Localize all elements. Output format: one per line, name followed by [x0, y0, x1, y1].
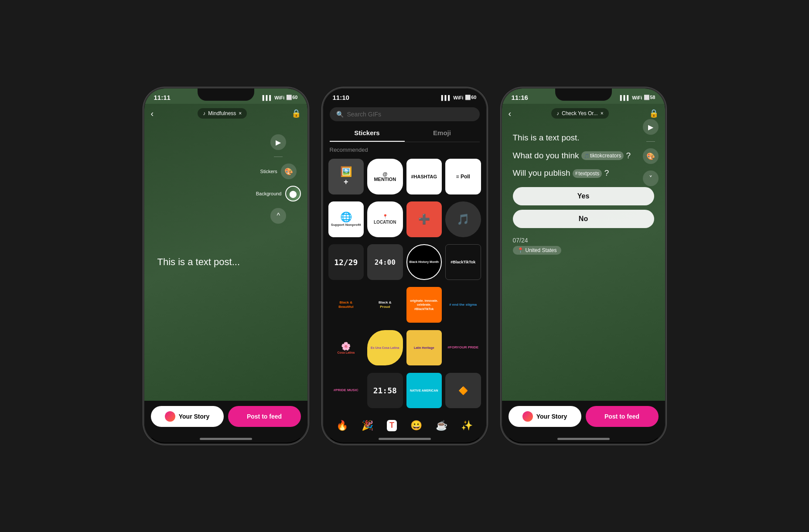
sticker-icon-3[interactable]: 🎨	[643, 148, 659, 164]
post-line3-suffix: ?	[604, 168, 609, 177]
story-button-1[interactable]: Your Story	[151, 406, 224, 427]
tag-icon-2: 🎵	[584, 153, 589, 159]
sticker-pride-music[interactable]: #PRIDE MUSIC	[328, 373, 364, 409]
sticker-support-nonprofit[interactable]: 🌐 Support Nonprofit	[328, 201, 364, 237]
sticker-originate[interactable]: originate. innovate. celebrate. #BlackTi…	[406, 287, 442, 323]
sticker-grid: 🖼️ + @ MENTION #HASHTAG ≡ Poll	[323, 155, 486, 416]
close-icon-1[interactable]: ×	[239, 110, 242, 116]
poll-yes-option[interactable]: Yes	[513, 187, 654, 205]
feed-btn-label-1: Post to feed	[247, 413, 282, 420]
close-icon-3[interactable]: ×	[601, 110, 604, 116]
location-label-3: United States	[526, 247, 557, 253]
music-label-3: Check Yes Or...	[562, 110, 598, 116]
end-stigma-label: # end the stigma	[449, 303, 477, 307]
story-btn-label-1: Your Story	[179, 413, 210, 420]
location-badge[interactable]: 📍 United States	[513, 246, 561, 255]
black-history-label: Black History Month	[409, 260, 439, 264]
location-pin-icon-3: 📍	[517, 247, 524, 253]
status-icons-1: ▌▌▌ WiFi ⬜60	[263, 95, 298, 100]
sticker-cosa-latina-2[interactable]: Es Una Cosa Latina	[367, 330, 403, 366]
sticker-audio[interactable]: 🎵	[445, 201, 481, 237]
phone-3: 11:16 ▌▌▌ WiFi ⬜58 ‹ ♪ Check Yes Or... ×…	[501, 87, 666, 445]
emoji-t[interactable]: T	[387, 420, 397, 431]
sticker-time-2400[interactable]: 24:00	[367, 244, 403, 280]
sticker-end-stigma[interactable]: # end the stigma	[445, 287, 481, 323]
music-pill-3[interactable]: ♪ Check Yes Or... ×	[551, 108, 609, 119]
bottom-bar-1: Your Story Post to feed	[144, 401, 307, 438]
music-pill-1[interactable]: ♪ Mindfulness ×	[198, 108, 247, 119]
poll-no-option[interactable]: No	[513, 210, 654, 228]
phone-2: 11:10 ▌▌▌ WiFi ⬜60 🔍 Search GIFs Sticker…	[322, 87, 488, 445]
back-button-3[interactable]: ‹	[509, 109, 512, 119]
video-icon-3[interactable]: ▶	[643, 119, 659, 135]
sticker-location[interactable]: 📍 LOCATION	[367, 201, 403, 237]
post-line2-suffix: ?	[626, 151, 631, 160]
tab-stickers[interactable]: Stickers	[330, 125, 405, 142]
background-icon-1[interactable]: ⬤	[285, 186, 301, 201]
search-icon: 🔍	[336, 111, 344, 118]
poll-options: Yes No	[513, 187, 654, 228]
sticker-black-proud[interactable]: Black & Proud	[367, 287, 403, 323]
sticker-cosa-latina-1[interactable]: 🌸 Cosa Latina	[328, 330, 364, 366]
support-label: Support Nonprofit	[331, 223, 361, 227]
chevron-down-icon-3[interactable]: ˅	[643, 171, 659, 186]
tag-label-2: tiktokcreators	[590, 152, 621, 160]
time-3: 11:16	[512, 94, 528, 101]
emoji-party[interactable]: 🎉	[362, 420, 373, 431]
tag-icon-3: #	[575, 170, 578, 177]
sticker-tool-row: Stickers 🎨	[260, 164, 297, 179]
emoji-fire[interactable]: 🔥	[336, 420, 348, 431]
sticker-black-history[interactable]: Black History Month	[406, 244, 442, 280]
feed-button-3[interactable]: Post to feed	[586, 406, 659, 427]
video-icon-1[interactable]: ▶	[270, 134, 286, 150]
sticker-black-tiktok[interactable]: #BlackTikTok	[445, 244, 481, 280]
editor-toolbar-3: ‹ ♪ Check Yes Or... × 🔒	[502, 104, 665, 123]
tag-label-3: textposts	[578, 170, 599, 177]
tab-row: Stickers Emoji	[330, 125, 480, 142]
post-line-3: Will you publish # textposts ?	[513, 167, 654, 180]
chevron-up-icon-1[interactable]: ^	[270, 208, 286, 224]
sticker-add-photo[interactable]: 🖼️ +	[328, 159, 364, 194]
tiktok-creators-tag[interactable]: 🎵 tiktokcreators	[581, 151, 624, 160]
pride-music-label: #PRIDE MUSIC	[334, 388, 358, 392]
sticker-mention[interactable]: @ MENTION	[367, 159, 403, 194]
sticker-latin-heritage[interactable]: Latin Heritage	[406, 330, 442, 366]
sticker-time-2158[interactable]: 21:58	[367, 373, 403, 409]
tab-emoji[interactable]: Emoji	[405, 125, 480, 142]
status-icons-3: ▌▌▌ WiFi ⬜58	[620, 95, 655, 100]
avatar-3	[522, 411, 533, 422]
sticker-date-1229[interactable]: 12/29	[328, 244, 364, 280]
emoji-coffee[interactable]: ☕	[436, 420, 447, 431]
textposts-tag[interactable]: # textposts	[573, 169, 602, 178]
wifi-icon-1: WiFi	[274, 95, 284, 100]
sticker-for-pride[interactable]: #FORYOUR PRIDE	[445, 330, 481, 366]
post-line2-prefix: What do you think	[513, 151, 581, 160]
originate-label: originate. innovate. celebrate. #BlackTi…	[408, 299, 440, 311]
search-bar[interactable]: 🔍 Search GIFs	[330, 107, 480, 121]
story-button-3[interactable]: Your Story	[509, 406, 581, 427]
post-view-area: This is a text post. What do you think 🎵…	[502, 123, 665, 401]
lock-icon-3[interactable]: 🔒	[649, 109, 659, 118]
home-indicator-2	[379, 438, 431, 440]
signal-icon-2: ▌▌▌	[441, 95, 451, 100]
emoji-smile[interactable]: 😀	[410, 420, 422, 431]
editor-toolbar: ‹ ♪ Mindfulness × 🔒	[144, 104, 307, 123]
sticker-native-american[interactable]: NATIVE AMERICAN	[406, 373, 442, 409]
time-1: 11:11	[154, 94, 171, 101]
phone-1: 11:11 ▌▌▌ WiFi ⬜60 ‹ ♪ Mindfulness × 🔒	[143, 87, 309, 445]
lock-icon-1[interactable]: 🔒	[291, 109, 301, 118]
location-pin-icon: 📍	[382, 214, 388, 219]
time-2400-label: 24:00	[375, 258, 396, 266]
sticker-black-beautiful[interactable]: Black & Beautiful	[328, 287, 364, 323]
sticker-decorative[interactable]: 🔶	[445, 373, 481, 409]
sticker-icon-1[interactable]: 🎨	[281, 164, 297, 179]
emoji-sparkle[interactable]: ✨	[461, 420, 473, 431]
sticker-poll[interactable]: ≡ Poll	[445, 159, 481, 194]
battery-icon-3: ⬜58	[644, 95, 655, 100]
post-line-1: This is a text post.	[513, 132, 654, 144]
feed-button-1[interactable]: Post to feed	[228, 406, 301, 427]
post-line-2: What do you think 🎵 tiktokcreators ?	[513, 150, 654, 162]
back-button-1[interactable]: ‹	[151, 109, 154, 119]
sticker-medical[interactable]: ➕	[406, 201, 442, 237]
sticker-hashtag[interactable]: #HASHTAG	[406, 159, 442, 194]
